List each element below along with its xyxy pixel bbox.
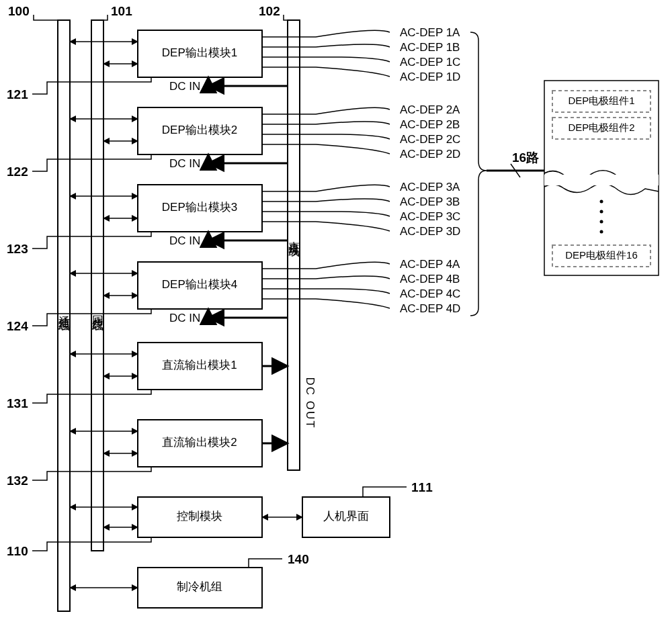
ac-2c: AC-DEP 2C xyxy=(400,133,460,146)
ref-140: 140 xyxy=(288,552,309,566)
dep3-label: DEP输出模块3 xyxy=(162,201,237,214)
ctrl-label: 控制模块 xyxy=(177,510,222,523)
control-module: 控制模块 人机界面 111 110 xyxy=(7,480,433,558)
ref-123: 123 xyxy=(7,242,28,256)
dep-module-1: DEP输出模块1 DC IN AC-DEP 1A AC-DEP 1B AC-DE… xyxy=(7,26,460,101)
ac-3b: AC-DEP 3B xyxy=(400,195,460,208)
ac-3a: AC-DEP 3A xyxy=(400,181,460,193)
routes-label: 16路 xyxy=(512,150,539,165)
ref-111: 111 xyxy=(411,480,433,494)
ac-4c: AC-DEP 4C xyxy=(400,287,460,300)
dep4-label: DEP输出模块4 xyxy=(162,278,237,291)
dep1-label: DEP输出模块1 xyxy=(162,46,237,59)
ac-4a: AC-DEP 4A xyxy=(400,258,460,271)
dep-module-4: DEP输出模块4 DC IN AC-DEP 4A AC-DEP 4B AC-DE… xyxy=(7,258,460,333)
ref-122: 122 xyxy=(7,165,28,179)
ref-131: 131 xyxy=(7,396,28,410)
ref-121: 121 xyxy=(7,87,28,101)
bus-102 xyxy=(288,20,300,470)
ref-110: 110 xyxy=(7,544,28,558)
fridge-module: 制冷机组 140 xyxy=(70,552,309,608)
ac-1a: AC-DEP 1A xyxy=(400,26,460,39)
elec-1: DEP电极组件1 xyxy=(568,95,634,106)
ref-102: 102 xyxy=(259,4,280,18)
ac-3d: AC-DEP 3D xyxy=(400,225,460,238)
ac-2d: AC-DEP 2D xyxy=(400,148,460,161)
bus-100 xyxy=(58,20,70,611)
dcin-3: DC IN xyxy=(169,234,200,247)
dep2-label: DEP输出模块2 xyxy=(162,124,237,136)
dcin-4: DC IN xyxy=(169,312,200,324)
ac-2b: AC-DEP 2B xyxy=(400,118,460,131)
fridge-label: 制冷机组 xyxy=(177,580,222,593)
dcin-2: DC IN xyxy=(169,157,200,170)
ref-101: 101 xyxy=(111,4,132,18)
ref-124: 124 xyxy=(7,319,28,333)
ref-100: 100 xyxy=(8,4,30,18)
dc-module-2: 直流输出模块2 DC OUT 132 xyxy=(7,377,317,488)
svg-point-59 xyxy=(600,220,603,224)
svg-rect-54 xyxy=(544,175,659,185)
ac-2a: AC-DEP 2A xyxy=(400,103,460,116)
ac-3c: AC-DEP 3C xyxy=(400,210,460,223)
dc1-label: 直流输出模块1 xyxy=(162,359,237,371)
ac-4d: AC-DEP 4D xyxy=(400,302,460,315)
dep-module-2: DEP输出模块2 DC IN AC-DEP 2A AC-DEP 2B AC-DE… xyxy=(7,103,460,179)
dcin-1: DC IN xyxy=(169,80,200,93)
dc-module-1: 直流输出模块1 131 xyxy=(7,343,288,410)
ac-1c: AC-DEP 1C xyxy=(400,56,460,69)
hmi-label: 人机界面 xyxy=(323,510,369,523)
ac-1b: AC-DEP 1B xyxy=(400,41,460,54)
elec-16: DEP电极组件16 xyxy=(565,249,638,261)
ac-1d: AC-DEP 1D xyxy=(400,71,460,83)
svg-point-60 xyxy=(600,230,603,234)
dep-module-3: DEP输出模块3 DC IN AC-DEP 3A AC-DEP 3B AC-DE… xyxy=(7,181,460,256)
svg-point-58 xyxy=(600,210,603,214)
electrode-group: DEP电极组件1 DEP电极组件2 DEP电极组件16 xyxy=(544,81,659,275)
ref-132: 132 xyxy=(7,474,28,488)
dc2-label: 直流输出模块2 xyxy=(162,436,237,449)
dcout-label: DC OUT xyxy=(304,377,317,429)
svg-point-57 xyxy=(600,200,603,204)
ac-4b: AC-DEP 4B xyxy=(400,273,460,285)
elec-2: DEP电极组件2 xyxy=(568,122,634,133)
